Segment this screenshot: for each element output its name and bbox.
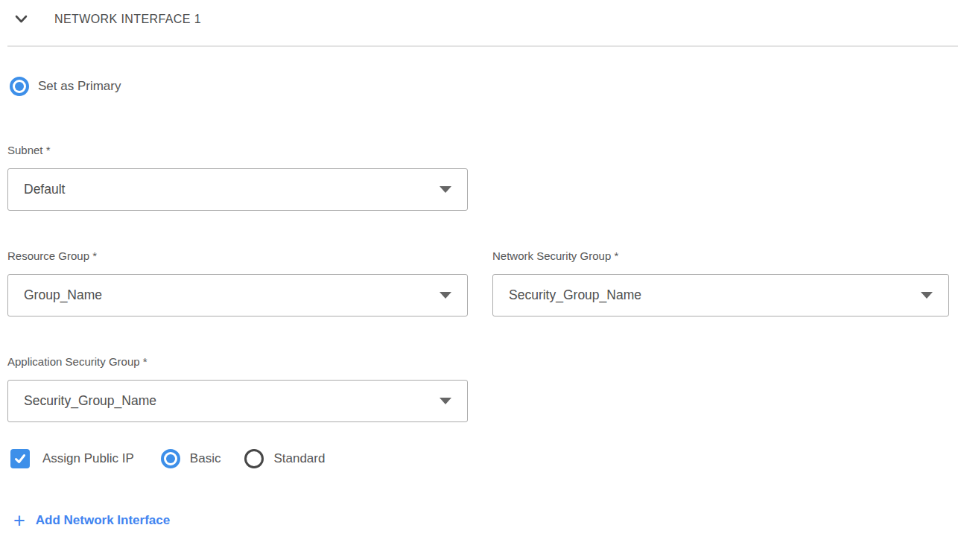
network-security-group-selected-value: Security_Group_Name [509,287,641,303]
caret-down-icon [440,398,451,404]
grid-spacer [492,144,949,211]
grid-spacer [492,355,949,422]
sku-basic-label: Basic [190,451,221,466]
application-security-group-field: Application Security Group * Security_Gr… [7,355,468,422]
section-header-network-interface-1[interactable]: NETWORK INTERFACE 1 [0,0,958,30]
subnet-selected-value: Default [24,182,65,197]
network-interface-panel: NETWORK INTERFACE 1 Set as Primary Subne… [0,0,958,560]
section-title: NETWORK INTERFACE 1 [54,13,201,26]
application-security-group-label: Application Security Group * [7,355,468,368]
network-security-group-select[interactable]: Security_Group_Name [492,274,949,316]
add-network-interface-label: Add Network Interface [36,513,170,528]
set-as-primary-label: Set as Primary [38,79,121,94]
subnet-select[interactable]: Default [7,168,468,211]
sku-standard-label: Standard [273,451,325,466]
assign-public-ip-checkbox[interactable]: Assign Public IP [10,449,134,468]
application-security-group-select[interactable]: Security_Group_Name [7,380,468,422]
section-divider [7,45,958,47]
add-network-interface-link[interactable]: + Add Network Interface [0,513,170,528]
sku-radio-basic[interactable]: Basic [161,449,221,468]
chevron-down-icon[interactable] [15,15,28,24]
network-security-group-label: Network Security Group * [492,249,949,262]
checkbox-checked-icon[interactable] [10,449,30,468]
subnet-label: Subnet * [7,144,468,156]
public-ip-options-row: Assign Public IP Basic Standard [0,449,958,468]
caret-down-icon [440,292,451,299]
subnet-field: Subnet * Default [7,144,468,211]
resource-group-field: Resource Group * Group_Name [7,249,468,316]
caret-down-icon [440,186,451,193]
resource-group-selected-value: Group_Name [24,287,102,303]
resource-group-label: Resource Group * [7,249,468,262]
sku-radio-standard[interactable]: Standard [244,449,325,468]
application-security-group-selected-value: Security_Group_Name [24,393,156,409]
network-security-group-field: Network Security Group * Security_Group_… [492,249,949,316]
radio-selected-icon[interactable] [10,77,29,96]
plus-icon: + [13,513,25,528]
set-as-primary-radio[interactable]: Set as Primary [0,77,958,96]
resource-group-select[interactable]: Group_Name [7,274,468,316]
network-interface-form: Subnet * Default Resource Group * Group_… [0,144,958,422]
radio-selected-icon[interactable] [161,449,180,468]
radio-unselected-icon[interactable] [244,449,264,468]
assign-public-ip-label: Assign Public IP [42,451,134,466]
caret-down-icon [921,292,933,299]
